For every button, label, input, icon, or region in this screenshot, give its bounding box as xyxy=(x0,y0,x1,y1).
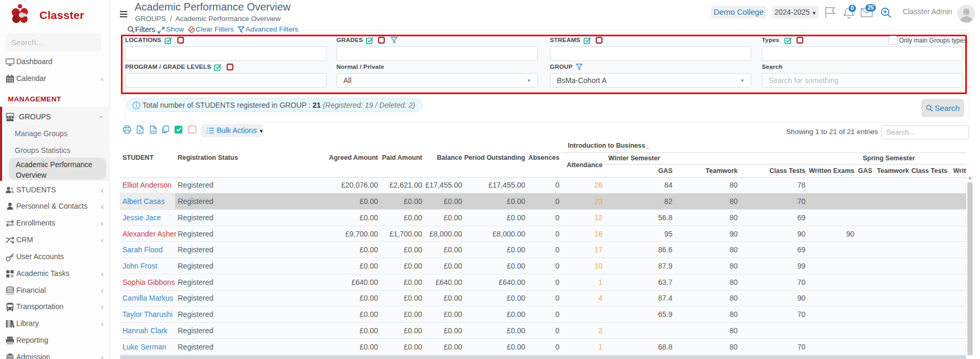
svg-text:csv: csv xyxy=(151,129,156,132)
svg-text:x: x xyxy=(139,129,141,132)
